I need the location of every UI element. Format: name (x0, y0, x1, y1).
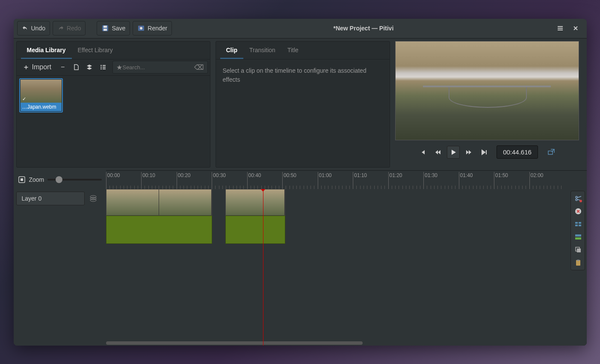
preview-viewport[interactable] (395, 41, 579, 140)
media-tabs: Media Library Effect Library (17, 41, 210, 59)
svg-rect-16 (575, 225, 578, 226)
tab-title[interactable]: Title (281, 42, 304, 59)
playhead[interactable] (263, 189, 263, 346)
layer-button[interactable]: Layer 0 (16, 192, 85, 205)
rewind-icon (434, 149, 441, 156)
svg-rect-21 (577, 249, 581, 252)
svg-rect-17 (579, 225, 581, 226)
clip-properties-button[interactable] (70, 61, 82, 74)
skip-start-button[interactable] (416, 146, 429, 159)
ruler-tick-label: 01:40 (460, 172, 473, 178)
star-icon: ★ (116, 63, 122, 71)
clip-config-panel: Clip Transition Title Select a clip on t… (216, 41, 390, 168)
layer-menu-icon[interactable] (89, 194, 98, 203)
timeline-ruler[interactable]: 00:0000:1000:2000:3000:4000:5001:0001:10… (106, 170, 587, 189)
tab-transition[interactable]: Transition (243, 42, 281, 59)
svg-point-11 (90, 199, 96, 201)
zoom-slider[interactable] (47, 179, 101, 181)
play-button[interactable] (447, 146, 460, 159)
ruler-tick-label: 01:50 (495, 172, 508, 178)
detach-icon (547, 148, 555, 156)
svg-rect-15 (579, 222, 581, 224)
clip-tabs: Clip Transition Title (216, 41, 390, 59)
close-button[interactable] (568, 21, 583, 36)
search-box[interactable]: ★ ⌫ (112, 61, 208, 74)
svg-rect-3 (138, 26, 144, 31)
layers-icon (86, 64, 93, 71)
svg-point-5 (139, 27, 140, 27)
delete-tool[interactable] (573, 206, 584, 217)
group-icon (574, 220, 582, 228)
hamburger-icon (557, 25, 564, 32)
svg-rect-14 (575, 222, 578, 224)
redo-label: Redo (67, 25, 81, 32)
group-tool[interactable] (573, 219, 584, 230)
app-window: Undo Redo Save Render *New Project — Pit… (14, 19, 587, 346)
svg-point-13 (575, 208, 581, 214)
tracks-canvas[interactable] (106, 189, 587, 346)
ruler-row: Zoom 00:0000:1000:2000:3000:4000:5001:00… (14, 170, 587, 189)
paste-icon (574, 259, 582, 266)
import-button[interactable]: ＋ Import (18, 61, 56, 74)
media-clip-item[interactable]: …Japan.webm (19, 78, 63, 112)
svg-rect-8 (21, 178, 23, 181)
detach-viewer-button[interactable] (545, 146, 558, 159)
timecode-display[interactable]: 00:44.616 (497, 145, 538, 159)
svg-point-4 (140, 27, 142, 30)
copy-tool[interactable] (573, 244, 584, 255)
copy-icon (574, 246, 582, 254)
zoom-handle[interactable] (56, 176, 62, 183)
preview-panel: 00:44.616 (395, 41, 579, 168)
timeline-scrollbar[interactable] (106, 340, 587, 346)
redo-button[interactable]: Redo (53, 21, 86, 36)
import-label: Import (32, 63, 51, 71)
zoom-fit-icon[interactable] (18, 176, 26, 183)
svg-rect-23 (577, 260, 579, 261)
timeline-area: Zoom 00:0000:1000:2000:3000:4000:5001:00… (14, 170, 587, 346)
save-label: Save (112, 25, 125, 32)
svg-rect-22 (576, 260, 580, 266)
tracks-row: Layer 0 (14, 189, 587, 346)
insert-end-button[interactable] (83, 61, 96, 74)
search-input[interactable] (122, 64, 194, 71)
skip-start-icon (419, 149, 426, 156)
scissors-icon (574, 195, 582, 202)
tab-media-library[interactable]: Media Library (21, 42, 72, 59)
window-title: *New Project — Pitivi (174, 25, 552, 32)
tab-effect-library[interactable]: Effect Library (72, 42, 119, 59)
timeline-clip[interactable] (106, 189, 212, 244)
undo-label: Undo (31, 25, 45, 32)
save-button[interactable]: Save (97, 21, 130, 36)
paste-tool[interactable] (573, 257, 584, 268)
svg-rect-20 (576, 247, 579, 251)
scrollbar-thumb[interactable] (106, 341, 363, 345)
skip-end-button[interactable] (478, 146, 491, 159)
forward-button[interactable] (462, 146, 475, 159)
hamburger-menu-button[interactable] (553, 21, 568, 36)
plus-icon: ＋ (23, 63, 30, 72)
rewind-button[interactable] (432, 146, 444, 159)
render-button[interactable]: Render (133, 21, 172, 36)
ruler-tick-label: 00:40 (248, 172, 261, 178)
svg-rect-2 (103, 29, 107, 31)
page-icon (73, 64, 80, 71)
clear-search-icon[interactable]: ⌫ (194, 63, 204, 71)
ruler-tick-label: 01:10 (354, 172, 367, 178)
titlebar: Undo Redo Save Render *New Project — Pit… (14, 19, 587, 38)
split-tool[interactable] (573, 193, 584, 204)
skip-end-icon (481, 149, 488, 156)
svg-point-12 (579, 200, 582, 202)
timeline-clip[interactable] (225, 189, 285, 244)
tab-clip[interactable]: Clip (220, 42, 243, 59)
media-toolbar: ＋ Import − ★ ⌫ (17, 59, 210, 76)
delete-icon (574, 207, 582, 215)
list-icon (100, 64, 106, 71)
clip-thumbnail (21, 80, 62, 103)
listview-button[interactable] (97, 61, 109, 74)
zoom-label: Zoom (29, 176, 44, 183)
ungroup-tool[interactable] (573, 231, 584, 243)
save-icon (101, 24, 109, 32)
undo-button[interactable]: Undo (17, 21, 50, 36)
remove-clip-button[interactable]: − (56, 61, 69, 74)
ruler-tick-label: 00:10 (142, 172, 155, 178)
